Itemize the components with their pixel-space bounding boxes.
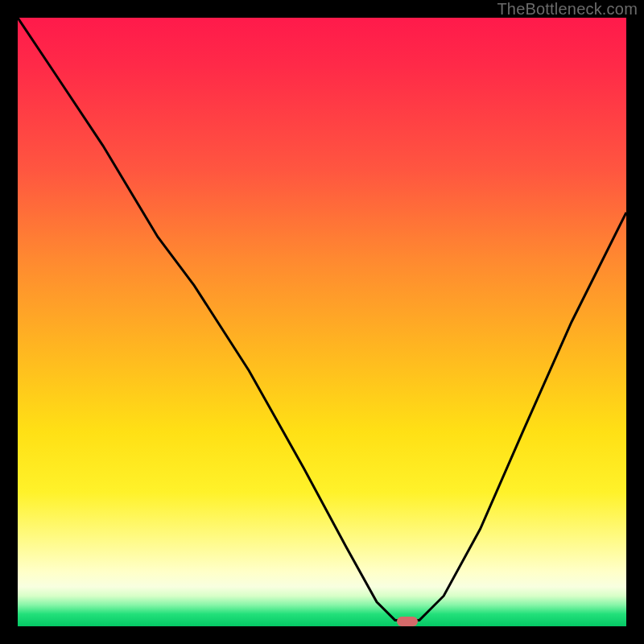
plot-area [18,18,626,626]
curve-line [18,18,626,620]
optimum-marker [397,617,418,626]
chart-frame: TheBottleneck.com [0,0,644,644]
bottleneck-curve [18,18,626,626]
watermark-text: TheBottleneck.com [497,0,638,19]
